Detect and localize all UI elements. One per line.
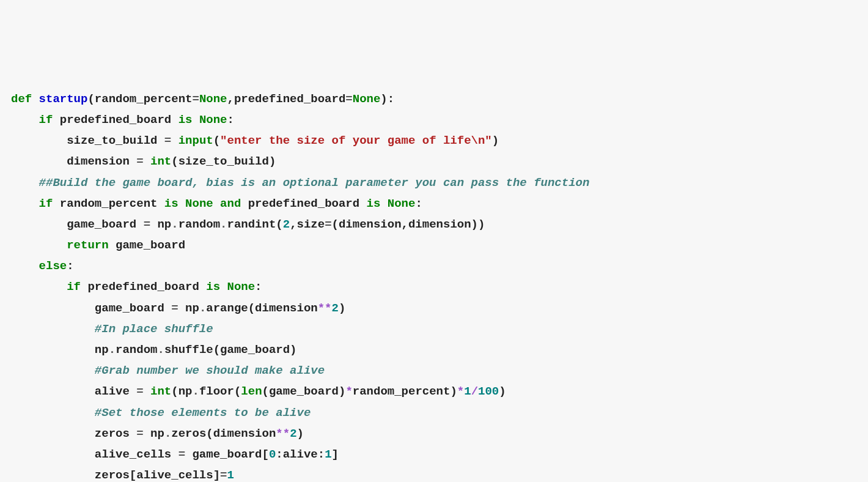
token-num: 100 [478,385,499,398]
code-line: zeros[alive_cells]=1 [11,465,857,482]
token-builtin: int [150,155,171,168]
token-plain [144,385,150,398]
token-op: . [157,343,164,357]
token-plain: zeros[alive_cells] [95,469,220,482]
token-none: None [185,197,213,210]
token-plain: size_to_build [67,134,164,147]
code-line: np.random.shuffle(game_board) [11,339,857,360]
code-line: if predefined_board is None: [11,276,857,297]
token-op: = [325,218,331,231]
token-num: 1 [464,385,471,398]
token-plain: np [95,343,109,357]
token-plain: ,predefined_board [227,92,345,106]
token-op: = [192,92,199,106]
token-comment: ##Build the game board, bias is an optio… [39,176,590,190]
token-num: 2 [332,302,339,315]
code-line: alive = int(np.floor(len(game_board)*ran… [11,381,857,402]
code-line: game_board = np.arange(dimension**2) [11,298,857,319]
token-builtin: len [241,385,262,398]
token-plain [171,134,178,147]
code-line: #In place shuffle [11,319,857,339]
token-op: = [164,134,171,147]
token-plain: random_percent [53,197,164,210]
token-plain: random [178,218,220,231]
token-kw: is [178,113,193,127]
code-line: ##Build the game board, bias is an optio… [11,172,857,193]
token-plain [380,197,387,210]
token-plain: ): [380,92,394,106]
token-comment: #Grab number we should make alive [95,364,325,377]
token-kw: if [39,197,53,210]
token-oper: / [471,385,478,398]
token-op: = [136,385,143,398]
code-line: dimension = int(size_to_build) [11,151,857,172]
token-op: . [109,343,116,357]
token-plain: (dimension,dimension)) [332,218,485,231]
token-op: = [220,469,227,482]
token-none: None [199,92,227,106]
token-plain: : [227,113,234,127]
token-op: = [178,448,185,461]
token-plain: dimension [67,155,136,168]
token-plain: ] [332,448,339,461]
token-plain: random [116,343,157,357]
token-plain: random_percent) [353,385,457,398]
token-plain: predefined_board [53,113,178,127]
token-oper: ** [276,427,290,440]
token-plain: game_board [95,302,171,315]
token-fn: startup [39,92,88,106]
token-none: None [199,113,227,127]
token-plain: ( [213,134,220,147]
token-plain: ) [297,427,304,440]
code-line: alive_cells = game_board[0:alive:1] [11,444,857,465]
token-plain: ) [499,385,506,398]
token-plain: np [150,218,171,231]
token-comment: #In place shuffle [95,322,213,336]
token-plain: : [255,280,262,294]
token-kw: is [164,197,178,210]
code-line: game_board = np.random.randint(2,size=(d… [11,214,857,235]
token-op: = [136,427,143,440]
token-plain: game_board [67,218,143,231]
token-plain: : [415,197,422,210]
token-plain [220,280,227,294]
token-num: 2 [290,427,296,440]
token-plain: zeros [95,427,136,440]
code-line: size_to_build = input("enter the size of… [11,130,857,151]
token-plain: game_board [109,239,185,252]
token-plain: randint( [227,218,283,231]
token-plain: np [178,302,199,315]
token-op: . [220,218,227,231]
token-kw: else [39,259,67,273]
token-plain: (random_percent [87,92,192,106]
token-kw: is [206,280,220,294]
code-line: if predefined_board is None: [11,109,857,130]
code-block: def startup(random_percent=None,predefin… [11,89,857,482]
code-line: else: [11,256,857,276]
token-op: . [199,302,206,315]
token-str: "enter the size of your game of life\n" [220,134,492,147]
token-none: None [353,92,381,106]
token-plain: shuffle(game_board) [164,343,297,357]
token-op: = [136,155,143,168]
token-plain: ) [492,134,499,147]
token-builtin: int [150,385,171,398]
token-num: 2 [283,218,290,231]
token-plain [192,113,199,127]
token-plain: arange(dimension [206,302,317,315]
code-line: zeros = np.zeros(dimension**2) [11,423,857,444]
token-op: = [144,218,150,231]
token-kw: return [67,239,108,252]
token-plain: alive_cells [95,448,178,461]
token-kw: if [39,113,53,127]
token-plain [144,155,150,168]
token-oper: * [345,385,352,398]
token-kw: def [11,92,39,106]
token-plain: : [67,259,73,273]
token-plain: np [144,427,164,440]
token-plain: ,size [290,218,325,231]
token-plain: ) [339,302,345,315]
token-kw: is [367,197,381,210]
token-num: 0 [269,448,276,461]
token-op: . [164,427,171,440]
